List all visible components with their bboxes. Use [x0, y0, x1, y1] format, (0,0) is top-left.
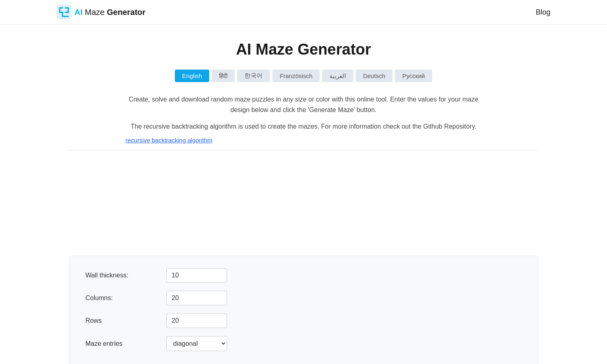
lang-btn-english[interactable]: English [175, 70, 209, 82]
rows-input[interactable] [166, 313, 227, 328]
lang-btn-hindi[interactable]: हिंदी [212, 70, 235, 82]
svg-rect-8 [65, 12, 69, 13]
svg-rect-6 [62, 12, 63, 17]
divider [69, 150, 538, 150]
logo-maze: Maze [83, 8, 107, 17]
lang-btn-russian[interactable]: Русский [395, 70, 432, 82]
svg-rect-0 [57, 5, 71, 19]
logo-generator: Generator [107, 8, 146, 17]
columns-row: Columns: [85, 291, 522, 305]
rows-row: Rows [85, 313, 522, 328]
logo-link[interactable]: AI Maze Generator [57, 5, 146, 19]
blog-link[interactable]: Blog [536, 8, 550, 16]
main-content: AI Maze Generator English हिंदी 한국어 Fran… [61, 25, 546, 364]
form-section: Wall thickness: Columns: Rows Maze entri… [69, 256, 538, 364]
algo-link[interactable]: recursive backtracking algorithm [125, 137, 538, 144]
lang-btn-deutsch[interactable]: Deutsch [356, 70, 393, 82]
wall-thickness-input[interactable] [166, 268, 227, 283]
columns-label: Columns: [85, 294, 166, 302]
maze-entries-select[interactable]: diagonal random top-bottom left-right [166, 336, 227, 351]
maze-entries-label: Maze entries [85, 340, 166, 347]
columns-input[interactable] [166, 291, 227, 305]
description-text: Create, solve and download random maze p… [121, 94, 486, 115]
wall-thickness-row: Wall thickness: [85, 268, 522, 283]
lang-btn-franzosisch[interactable]: Französisch [272, 70, 320, 82]
page-title: AI Maze Generator [69, 41, 538, 58]
rows-label: Rows [85, 317, 166, 324]
algo-info-text: The recursive backtracking algorithm is … [69, 123, 538, 130]
language-buttons: English हिंदी 한국어 Französisch العربية De… [69, 70, 538, 82]
lang-btn-korean[interactable]: 한국어 [237, 70, 270, 82]
logo-text: AI Maze Generator [74, 8, 146, 17]
wall-thickness-label: Wall thickness: [85, 272, 166, 279]
svg-rect-7 [63, 16, 69, 17]
maze-entries-row: Maze entries diagonal random top-bottom … [85, 336, 522, 351]
main-nav: Blog [536, 8, 550, 17]
logo-ai: AI [74, 8, 83, 17]
lang-btn-arabic[interactable]: العربية [322, 70, 353, 82]
header: AI Maze Generator Blog [0, 0, 607, 25]
logo-icon [57, 5, 71, 19]
